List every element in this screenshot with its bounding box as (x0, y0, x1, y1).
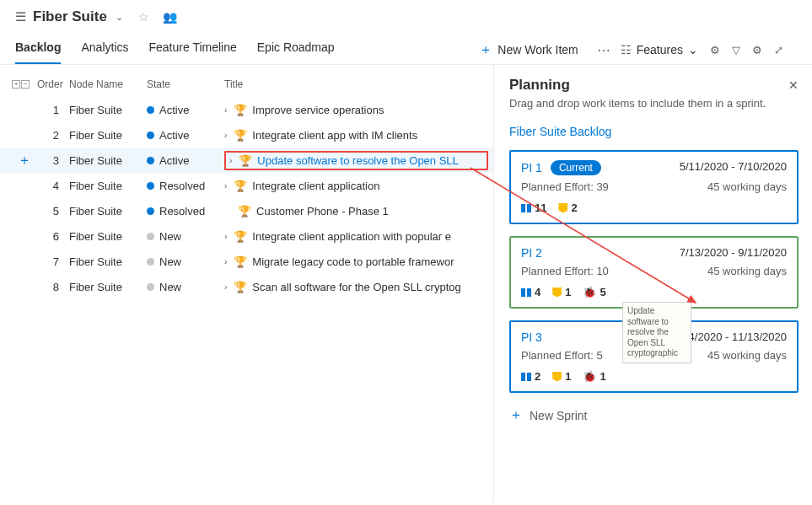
feature-icon: 🏆 (234, 180, 247, 192)
backlog-link[interactable]: Fiber Suite Backlog (509, 125, 799, 138)
cell-order: 8 (37, 281, 69, 293)
book-icon (521, 204, 531, 212)
page-header: ☰ Fiber Suite ⌄ ☆ 👥 (0, 0, 812, 30)
cell-node: Fiber Suite (69, 154, 147, 167)
cell-state: Resolved (147, 180, 224, 192)
sprint-dates: 5/11/2020 - 7/10/2020 (680, 160, 787, 173)
table-row[interactable]: ＋3Fiber SuiteActive›🏆Update software to … (0, 148, 493, 173)
feature-icon: 🏆 (234, 255, 247, 268)
table-row[interactable]: 2Fiber SuiteActive›🏆Integrate client app… (0, 122, 493, 148)
col-title-header[interactable]: Title (224, 78, 493, 90)
settings-sliders-icon[interactable]: ⚙ (710, 44, 720, 56)
sprint-name[interactable]: PI 2 (521, 246, 542, 260)
sprint-count: 🐞5 (583, 286, 605, 298)
sprint-effort: Planned Effort: 5 (521, 349, 603, 362)
view-selector[interactable]: ☷ Features ⌄ (621, 43, 698, 56)
sprint-count: 1 (552, 286, 571, 298)
chevron-right-icon[interactable]: › (224, 105, 229, 115)
badge-icon (558, 203, 567, 213)
table-row[interactable]: 6Fiber SuiteNew›🏆Integrate client applic… (0, 223, 493, 249)
filter-icon[interactable]: ▽ (732, 44, 740, 56)
col-state-header[interactable]: State (147, 78, 224, 90)
work-item-title[interactable]: Migrate legacy code to portable framewor (252, 255, 454, 268)
sprint-card[interactable]: PI 1Current5/11/2020 - 7/10/2020Planned … (509, 150, 799, 224)
current-badge: Current (551, 160, 601, 175)
work-item-title[interactable]: Integrate client application (252, 180, 379, 192)
sprint-name[interactable]: PI 3 (521, 330, 542, 344)
cell-title: ›🏆Migrate legacy code to portable framew… (224, 255, 493, 268)
new-work-item-label: New Work Item (497, 43, 578, 56)
cell-state: New (147, 230, 224, 243)
sprint-card[interactable]: PI 27/13/2020 - 9/11/2020Planned Effort:… (509, 236, 799, 309)
table-row[interactable]: 8Fiber SuiteNew›🏆Scan all software for t… (0, 274, 493, 299)
sprint-count: 1 (552, 370, 571, 383)
cell-title: ›🏆Update software to resolve the Open SL… (224, 151, 488, 170)
cell-node: Fiber Suite (69, 180, 147, 192)
state-dot-icon (147, 207, 154, 215)
badge-icon (552, 287, 562, 298)
sprint-counts: 41🐞5 (521, 286, 787, 298)
cell-state: Active (147, 104, 224, 116)
cell-order: 4 (37, 180, 69, 192)
more-actions-button[interactable]: ⋯ (587, 42, 621, 58)
cell-order: 6 (37, 230, 69, 243)
work-item-title[interactable]: Update software to resolve the Open SLL (257, 154, 458, 167)
chevron-right-icon[interactable]: › (224, 232, 229, 241)
add-row-icon[interactable]: ＋ (12, 152, 37, 169)
cell-order: 5 (37, 205, 69, 218)
tab-bar: BacklogAnalyticsFeature TimelineEpic Roa… (0, 30, 812, 65)
cell-title: ›🏆Improve service operations (224, 104, 493, 116)
tab-epic-roadmap[interactable]: Epic Roadmap (257, 35, 335, 64)
share-icon[interactable]: 👥 (163, 10, 177, 24)
collapse-all-icon[interactable]: − (21, 80, 30, 89)
table-row[interactable]: 4Fiber SuiteResolved›🏆Integrate client a… (0, 173, 493, 198)
page-title: Fiber Suite (33, 8, 107, 25)
chevron-down-icon[interactable]: ⌄ (116, 12, 123, 23)
table-row[interactable]: 5Fiber SuiteResolved🏆Customer Phone - Ph… (0, 198, 493, 223)
col-order-header[interactable]: Order (37, 78, 69, 90)
cell-node: Fiber Suite (69, 281, 147, 293)
new-work-item-button[interactable]: ＋ New Work Item (471, 41, 586, 59)
sprint-days: 45 working days (707, 265, 787, 277)
tab-backlog[interactable]: Backlog (15, 35, 61, 64)
sprint-name[interactable]: PI 1 (521, 161, 542, 175)
table-row[interactable]: 7Fiber SuiteNew›🏆Migrate legacy code to … (0, 249, 493, 274)
chevron-right-icon[interactable]: › (224, 257, 229, 266)
expand-icon[interactable]: ⤢ (774, 44, 783, 56)
chevron-right-icon[interactable]: › (229, 156, 234, 165)
cell-state: Active (147, 129, 224, 142)
cell-order: 3 (37, 154, 69, 167)
gear-icon[interactable]: ⚙ (752, 44, 762, 56)
expand-all-icon[interactable]: + (12, 80, 20, 89)
new-sprint-button[interactable]: ＋ New Sprint (509, 406, 799, 424)
plus-icon: ＋ (479, 41, 492, 59)
tab-feature-timeline[interactable]: Feature Timeline (149, 35, 237, 64)
cell-node: Fiber Suite (69, 205, 147, 218)
cell-state: Resolved (147, 205, 224, 218)
sprint-days: 45 working days (707, 349, 787, 362)
favorite-star-icon[interactable]: ☆ (138, 10, 149, 24)
tab-analytics[interactable]: Analytics (81, 35, 128, 64)
cell-order: 2 (37, 129, 69, 142)
chevron-down-icon: ⌄ (688, 43, 698, 56)
panel-subtitle: Drag and drop work items to include them… (509, 97, 799, 110)
cell-title: ›🏆Integrate client application (224, 180, 493, 192)
state-dot-icon (147, 182, 154, 190)
work-item-title[interactable]: Scan all software for the Open SLL crypt… (252, 281, 460, 293)
view-selector-label: Features (637, 43, 683, 56)
work-item-title[interactable]: Customer Phone - Phase 1 (256, 205, 389, 218)
cell-order: 7 (37, 255, 69, 268)
chevron-right-icon[interactable]: › (224, 131, 229, 140)
book-icon (521, 373, 531, 381)
work-item-title[interactable]: Improve service operations (252, 104, 384, 116)
chevron-right-icon[interactable]: › (224, 282, 229, 292)
work-item-title[interactable]: Integrate client application with popula… (252, 230, 451, 243)
grid-header: + − Order Node Name State Title (0, 72, 493, 97)
chevron-right-icon[interactable]: › (224, 181, 229, 191)
cell-title: 🏆Customer Phone - Phase 1 (224, 205, 493, 218)
work-item-title[interactable]: Integrate client app with IM clients (252, 129, 417, 142)
table-row[interactable]: 1Fiber SuiteActive›🏆Improve service oper… (0, 97, 493, 122)
col-node-header[interactable]: Node Name (69, 78, 147, 90)
close-icon[interactable]: ✕ (788, 78, 799, 92)
state-dot-icon (147, 106, 154, 114)
